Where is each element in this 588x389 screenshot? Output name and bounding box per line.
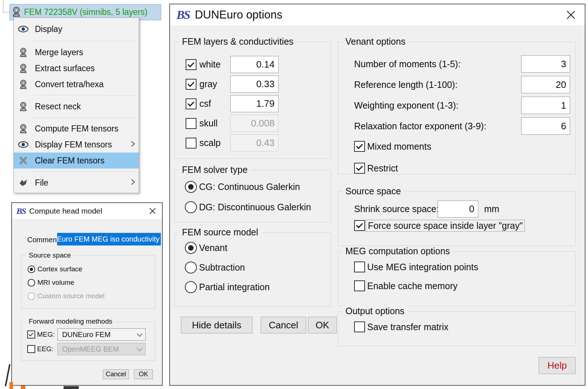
duneuro-dialog-titlebar[interactable]: BS DUNEuro options	[170, 4, 585, 25]
menu-item-label: Display	[35, 24, 62, 34]
menu-item-label: File	[35, 178, 48, 188]
source-space-groupbox: Source space Cortex surface MRI volume C…	[21, 255, 155, 309]
groupbox-legend: Forward modeling methods	[26, 317, 115, 325]
compute-head-model-dialog: BS Compute head model Comment: Euro FEM …	[11, 202, 163, 386]
venant-field-row: Weighting exponent (1-3): 1	[338, 97, 575, 114]
forward-methods-groupbox: Forward modeling methods MEG: DUNEuro FE…	[21, 321, 155, 361]
use-meg-integration-points-checkbox-row[interactable]: Use MEG integration points	[338, 261, 575, 273]
menu-item-compute-fem-tensors[interactable]: Compute FEM tensors	[14, 121, 139, 137]
background-window-fragment	[64, 386, 79, 389]
duneuro-options-dialog: BS DUNEuro options FEM layers & conducti…	[169, 4, 585, 386]
number-of-moments-input[interactable]: 3	[521, 55, 570, 73]
radio-icon	[28, 266, 35, 273]
radio-cortex-surface[interactable]: Cortex surface	[21, 264, 155, 274]
source-space-groupbox: Source space Shrink source space: 0 mm F…	[338, 191, 576, 246]
meg-checkbox[interactable]	[27, 331, 35, 339]
groupbox-legend: FEM source model	[179, 227, 261, 238]
radio-venant[interactable]: Venant	[175, 242, 331, 254]
menu-item-clear-fem-tensors[interactable]: Clear FEM tensors	[14, 153, 139, 169]
eeg-checkbox[interactable]	[27, 345, 35, 353]
dialog-title: Compute head model	[29, 207, 102, 215]
radio-dg[interactable]: DG: Discontinuous Galerkin	[175, 201, 331, 213]
background-window-fragment	[21, 386, 25, 389]
layer-checkbox[interactable]	[186, 59, 196, 70]
close-icon[interactable]	[564, 8, 578, 22]
radio-icon	[185, 201, 197, 213]
menu-item-extract-surfaces[interactable]: Extract surfaces	[14, 60, 139, 76]
groupbox-legend: Venant options	[342, 36, 408, 47]
layer-checkbox[interactable]	[186, 138, 196, 149]
clear-icon	[17, 156, 30, 165]
cancel-button[interactable]: Cancel	[261, 317, 306, 333]
tree-connector-vertical	[3, 0, 4, 12]
radio-icon	[185, 281, 197, 293]
radio-cg[interactable]: CG: Continuous Galerkin	[175, 181, 331, 193]
close-icon[interactable]	[147, 206, 158, 216]
tree-node-label: FEM 722358V (simnibs, 5 layers)	[24, 7, 147, 17]
menu-item-file[interactable]: File	[14, 175, 139, 191]
menu-item-resect-neck[interactable]: Resect neck	[14, 98, 139, 114]
shrink-source-space-input[interactable]: 0	[438, 200, 478, 218]
groupbox-legend: Output options	[342, 306, 407, 316]
compute-dialog-titlebar[interactable]: BS Compute head model	[12, 203, 162, 219]
menu-item-label: Convert tetra/hexa	[35, 80, 104, 89]
submenu-arrow-icon	[131, 178, 135, 187]
menu-item-merge-layers[interactable]: Merge layers	[14, 44, 139, 60]
conductivity-input[interactable]: 0.14	[230, 56, 279, 73]
chevron-down-icon	[137, 331, 143, 337]
menu-item-label: Compute FEM tensors	[35, 124, 118, 134]
hide-details-button[interactable]: Hide details	[181, 317, 252, 333]
meg-computation-groupbox: MEG computation options Use MEG integrat…	[338, 251, 576, 306]
layer-checkbox[interactable]	[186, 98, 196, 109]
shrink-unit-label: mm	[484, 204, 499, 214]
restrict-checkbox-row[interactable]: Restrict	[338, 162, 575, 174]
shrink-source-space-row: Shrink source space: 0 mm	[338, 200, 575, 218]
venant-field-row: Number of moments (1-5): 3	[338, 55, 575, 73]
menu-item-convert-tetra-hexa[interactable]: Convert tetra/hexa	[14, 76, 139, 92]
mixed-moments-checkbox-row[interactable]: Mixed moments	[338, 141, 575, 152]
menu-item-label: Extract surfaces	[35, 64, 95, 73]
help-button[interactable]: Help	[539, 357, 576, 374]
eye-icon	[17, 141, 30, 148]
menu-item-display-fem-tensors[interactable]: Display FEM tensors	[14, 137, 139, 153]
fem-solver-groupbox: FEM solver type CG: Continuous Galerkin …	[174, 170, 331, 222]
force-source-space-checkbox-row[interactable]: Force source space inside layer "gray"	[338, 220, 575, 231]
background-window-fragment	[9, 382, 13, 389]
conductivity-input[interactable]: 0.33	[230, 76, 279, 93]
file-icon	[17, 179, 30, 187]
enable-cache-memory-checkbox-row[interactable]: Enable cache memory	[338, 280, 575, 292]
menu-item-display[interactable]: Display	[14, 20, 139, 38]
layer-row-skull: skull 0.008	[175, 115, 331, 132]
conductivity-input[interactable]: 1.79	[230, 95, 279, 112]
head-icon	[17, 80, 30, 89]
layer-checkbox[interactable]	[186, 79, 196, 90]
venant-field-row: Reference length (1-100): 20	[338, 76, 575, 93]
output-options-groupbox: Output options Save transfer matrix	[338, 311, 576, 346]
cancel-button[interactable]: Cancel	[103, 369, 129, 379]
head-icon	[17, 48, 30, 57]
head-icon	[17, 64, 30, 73]
relaxation-factor-input[interactable]: 6	[521, 117, 570, 135]
groupbox-legend: Source space	[342, 186, 404, 196]
weighting-exponent-input[interactable]: 1	[521, 97, 570, 114]
radio-mri-volume[interactable]: MRI volume	[21, 278, 155, 287]
meg-method-row: MEG: DUNEuro FEM	[21, 328, 155, 341]
radio-partial-integration[interactable]: Partial integration	[175, 281, 331, 293]
layer-row-scalp: scalp 0.43	[175, 134, 331, 151]
comment-input[interactable]: Euro FEM MEG iso conductivity	[57, 233, 161, 246]
save-transfer-matrix-checkbox-row[interactable]: Save transfer matrix	[338, 321, 575, 333]
meg-method-select[interactable]: DUNEuro FEM	[57, 328, 146, 341]
checkbox-icon	[354, 321, 365, 332]
screenshot-root: FEM 722358V (simnibs, 5 layers) Display …	[0, 0, 588, 389]
menu-item-label: Resect neck	[35, 102, 81, 112]
checkbox-icon	[354, 141, 365, 152]
ok-button[interactable]: OK	[308, 317, 337, 333]
reference-length-input[interactable]: 20	[521, 76, 570, 93]
radio-subtraction[interactable]: Subtraction	[175, 261, 331, 273]
eeg-label: EEG:	[37, 345, 57, 353]
ok-button[interactable]: OK	[134, 369, 153, 379]
checkbox-icon	[354, 280, 365, 291]
layer-checkbox[interactable]	[186, 118, 196, 129]
checkbox-icon	[354, 163, 365, 174]
menu-item-label: Clear FEM tensors	[35, 156, 105, 166]
